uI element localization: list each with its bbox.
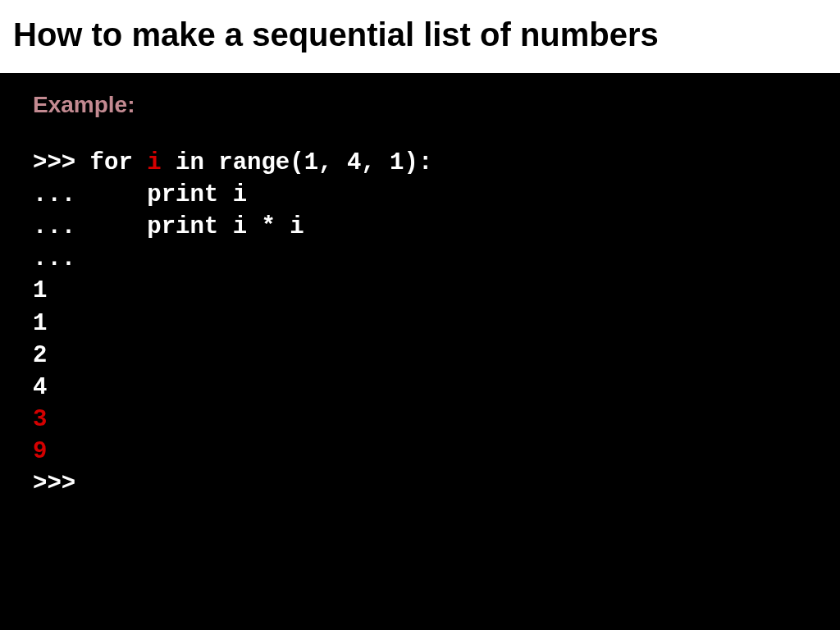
output-line-highlight: 3 [33,404,807,436]
output-line: 1 [33,308,807,340]
output-line: 2 [33,340,807,372]
output-line: 4 [33,372,807,404]
loop-variable: i [147,149,161,176]
code-line-3: ... print i * i [33,211,807,243]
output-line-highlight: 9 [33,436,807,468]
code-line-2: ... print i [33,179,807,211]
example-label: Example: [33,89,807,121]
code-text: >>> for [33,149,147,176]
slide-title: How to make a sequential list of numbers [13,16,827,53]
code-line-4: ... [33,243,807,275]
code-block: Example: >>> for i in range(1, 4, 1): ..… [0,73,840,516]
slide-header: How to make a sequential list of numbers [0,0,840,73]
prompt-end: >>> [33,468,807,500]
code-line-1: >>> for i in range(1, 4, 1): [33,147,807,179]
code-text: in range(1, 4, 1): [162,149,433,176]
output-line: 1 [33,275,807,307]
